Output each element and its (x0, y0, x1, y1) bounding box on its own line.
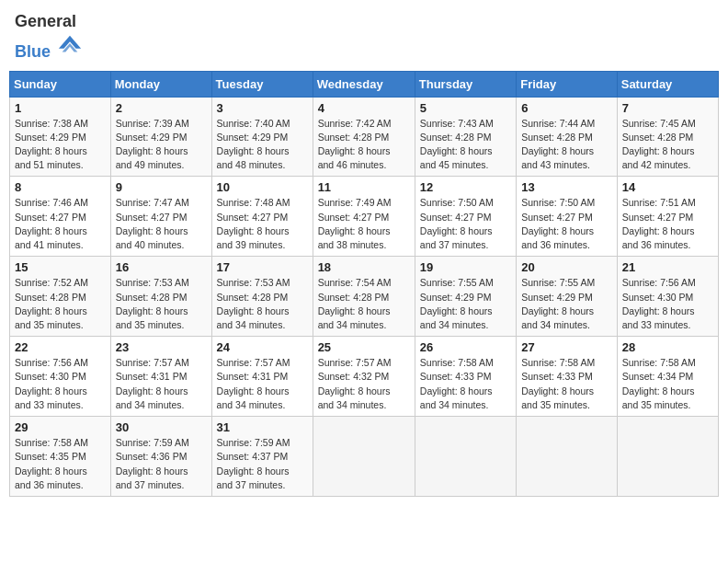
calendar-week-row: 29Sunrise: 7:58 AM Sunset: 4:35 PM Dayli… (10, 417, 719, 497)
day-number: 19 (420, 260, 511, 274)
day-number: 6 (521, 101, 612, 115)
day-info: Sunrise: 7:40 AM Sunset: 4:29 PM Dayligh… (217, 117, 308, 173)
calendar-cell: 13Sunrise: 7:50 AM Sunset: 4:27 PM Dayli… (517, 177, 618, 257)
day-info: Sunrise: 7:55 AM Sunset: 4:29 PM Dayligh… (521, 276, 612, 332)
calendar-cell: 9Sunrise: 7:47 AM Sunset: 4:27 PM Daylig… (110, 177, 211, 257)
calendar-cell: 11Sunrise: 7:49 AM Sunset: 4:27 PM Dayli… (313, 177, 415, 257)
day-info: Sunrise: 7:48 AM Sunset: 4:27 PM Dayligh… (217, 196, 308, 252)
day-number: 29 (15, 420, 106, 434)
calendar-header-row: SundayMondayTuesdayWednesdayThursdayFrid… (10, 71, 719, 97)
day-number: 8 (15, 180, 106, 194)
calendar-cell: 31Sunrise: 7:59 AM Sunset: 4:37 PM Dayli… (211, 417, 313, 497)
day-info: Sunrise: 7:46 AM Sunset: 4:27 PM Dayligh… (15, 196, 106, 252)
day-info: Sunrise: 7:56 AM Sunset: 4:30 PM Dayligh… (15, 356, 106, 412)
day-number: 30 (116, 420, 207, 434)
day-number: 5 (420, 101, 511, 115)
day-number: 11 (318, 180, 410, 194)
day-number: 23 (116, 340, 207, 354)
day-number: 21 (622, 260, 713, 274)
calendar-cell: 5Sunrise: 7:43 AM Sunset: 4:28 PM Daylig… (415, 97, 516, 177)
calendar-cell: 28Sunrise: 7:58 AM Sunset: 4:34 PM Dayli… (617, 337, 718, 417)
logo-icon (57, 31, 83, 57)
calendar-cell (617, 417, 718, 497)
calendar-cell: 24Sunrise: 7:57 AM Sunset: 4:31 PM Dayli… (211, 337, 313, 417)
calendar-week-row: 1Sunrise: 7:38 AM Sunset: 4:29 PM Daylig… (10, 97, 719, 177)
day-number: 25 (318, 340, 410, 354)
calendar-cell: 3Sunrise: 7:40 AM Sunset: 4:29 PM Daylig… (211, 97, 313, 177)
calendar-cell: 30Sunrise: 7:59 AM Sunset: 4:36 PM Dayli… (110, 417, 211, 497)
day-info: Sunrise: 7:58 AM Sunset: 4:33 PM Dayligh… (420, 356, 511, 412)
calendar-cell: 26Sunrise: 7:58 AM Sunset: 4:33 PM Dayli… (415, 337, 516, 417)
page-header: General Blue (9, 9, 719, 65)
day-number: 24 (217, 340, 308, 354)
day-number: 22 (15, 340, 106, 354)
day-info: Sunrise: 7:50 AM Sunset: 4:27 PM Dayligh… (521, 196, 612, 252)
day-info: Sunrise: 7:49 AM Sunset: 4:27 PM Dayligh… (318, 196, 410, 252)
calendar-cell: 22Sunrise: 7:56 AM Sunset: 4:30 PM Dayli… (10, 337, 111, 417)
day-info: Sunrise: 7:58 AM Sunset: 4:34 PM Dayligh… (622, 356, 713, 412)
calendar-cell: 14Sunrise: 7:51 AM Sunset: 4:27 PM Dayli… (617, 177, 718, 257)
calendar-cell: 21Sunrise: 7:56 AM Sunset: 4:30 PM Dayli… (617, 257, 718, 337)
day-info: Sunrise: 7:53 AM Sunset: 4:28 PM Dayligh… (217, 276, 308, 332)
day-number: 12 (420, 180, 511, 194)
day-info: Sunrise: 7:54 AM Sunset: 4:28 PM Dayligh… (318, 276, 410, 332)
day-number: 15 (15, 260, 106, 274)
calendar-week-row: 15Sunrise: 7:52 AM Sunset: 4:28 PM Dayli… (10, 257, 719, 337)
day-info: Sunrise: 7:42 AM Sunset: 4:28 PM Dayligh… (318, 117, 410, 173)
day-number: 2 (116, 101, 207, 115)
logo-blue: Blue (15, 42, 51, 61)
calendar-cell (517, 417, 618, 497)
day-info: Sunrise: 7:53 AM Sunset: 4:28 PM Dayligh… (116, 276, 207, 332)
day-info: Sunrise: 7:59 AM Sunset: 4:36 PM Dayligh… (116, 436, 207, 492)
day-info: Sunrise: 7:45 AM Sunset: 4:28 PM Dayligh… (622, 117, 713, 173)
day-info: Sunrise: 7:58 AM Sunset: 4:35 PM Dayligh… (15, 436, 106, 492)
day-number: 28 (622, 340, 713, 354)
calendar-cell: 20Sunrise: 7:55 AM Sunset: 4:29 PM Dayli… (517, 257, 618, 337)
col-header-saturday: Saturday (617, 71, 718, 97)
day-info: Sunrise: 7:38 AM Sunset: 4:29 PM Dayligh… (15, 117, 106, 173)
day-info: Sunrise: 7:58 AM Sunset: 4:33 PM Dayligh… (521, 356, 612, 412)
day-number: 1 (15, 101, 106, 115)
day-number: 13 (521, 180, 612, 194)
calendar-cell: 10Sunrise: 7:48 AM Sunset: 4:27 PM Dayli… (211, 177, 313, 257)
day-info: Sunrise: 7:43 AM Sunset: 4:28 PM Dayligh… (420, 117, 511, 173)
day-info: Sunrise: 7:52 AM Sunset: 4:28 PM Dayligh… (15, 276, 106, 332)
day-number: 26 (420, 340, 511, 354)
calendar-cell: 7Sunrise: 7:45 AM Sunset: 4:28 PM Daylig… (617, 97, 718, 177)
day-info: Sunrise: 7:39 AM Sunset: 4:29 PM Dayligh… (116, 117, 207, 173)
day-number: 9 (116, 180, 207, 194)
col-header-sunday: Sunday (10, 71, 111, 97)
day-info: Sunrise: 7:57 AM Sunset: 4:31 PM Dayligh… (116, 356, 207, 412)
day-info: Sunrise: 7:57 AM Sunset: 4:32 PM Dayligh… (318, 356, 410, 412)
calendar-week-row: 22Sunrise: 7:56 AM Sunset: 4:30 PM Dayli… (10, 337, 719, 417)
day-info: Sunrise: 7:59 AM Sunset: 4:37 PM Dayligh… (217, 436, 308, 492)
col-header-monday: Monday (110, 71, 211, 97)
calendar-cell: 8Sunrise: 7:46 AM Sunset: 4:27 PM Daylig… (10, 177, 111, 257)
calendar-week-row: 8Sunrise: 7:46 AM Sunset: 4:27 PM Daylig… (10, 177, 719, 257)
day-info: Sunrise: 7:44 AM Sunset: 4:28 PM Dayligh… (521, 117, 612, 173)
day-info: Sunrise: 7:55 AM Sunset: 4:29 PM Dayligh… (420, 276, 511, 332)
calendar-cell (415, 417, 516, 497)
day-number: 20 (521, 260, 612, 274)
col-header-wednesday: Wednesday (313, 71, 415, 97)
day-number: 3 (217, 101, 308, 115)
calendar-cell: 6Sunrise: 7:44 AM Sunset: 4:28 PM Daylig… (517, 97, 618, 177)
calendar-cell: 2Sunrise: 7:39 AM Sunset: 4:29 PM Daylig… (110, 97, 211, 177)
logo-general: General (15, 12, 76, 30)
calendar-cell: 12Sunrise: 7:50 AM Sunset: 4:27 PM Dayli… (415, 177, 516, 257)
calendar-table: SundayMondayTuesdayWednesdayThursdayFrid… (9, 71, 719, 497)
day-number: 27 (521, 340, 612, 354)
day-number: 7 (622, 101, 713, 115)
calendar-cell: 4Sunrise: 7:42 AM Sunset: 4:28 PM Daylig… (313, 97, 415, 177)
day-number: 31 (217, 420, 308, 434)
day-number: 4 (318, 101, 410, 115)
col-header-friday: Friday (517, 71, 618, 97)
calendar-cell: 29Sunrise: 7:58 AM Sunset: 4:35 PM Dayli… (10, 417, 111, 497)
calendar-cell (313, 417, 415, 497)
day-info: Sunrise: 7:50 AM Sunset: 4:27 PM Dayligh… (420, 196, 511, 252)
calendar-cell: 25Sunrise: 7:57 AM Sunset: 4:32 PM Dayli… (313, 337, 415, 417)
calendar-cell: 27Sunrise: 7:58 AM Sunset: 4:33 PM Dayli… (517, 337, 618, 417)
day-number: 17 (217, 260, 308, 274)
col-header-thursday: Thursday (415, 71, 516, 97)
day-info: Sunrise: 7:56 AM Sunset: 4:30 PM Dayligh… (622, 276, 713, 332)
